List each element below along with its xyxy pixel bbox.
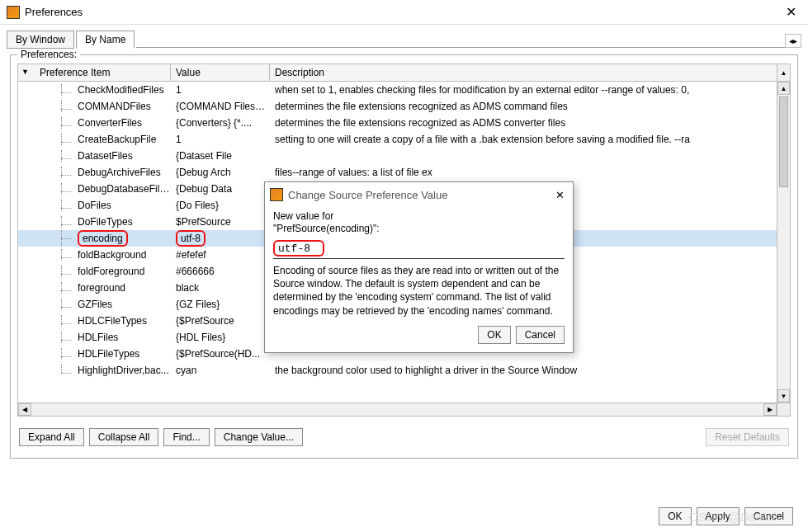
vertical-scrollbar[interactable]: ▲ ▼ xyxy=(777,82,790,403)
overlay-cancel-button[interactable]: Cancel xyxy=(516,326,565,344)
overlay-input[interactable] xyxy=(278,242,319,255)
overlay-title: Change Source Preference Value xyxy=(288,189,447,201)
change-value-button[interactable]: Change Value... xyxy=(215,428,303,446)
table-row[interactable]: CreateBackupFile1setting to one will cre… xyxy=(18,131,790,148)
overlay-prompt: New value for "PrefSource(encoding)": xyxy=(273,210,565,235)
pref-value: {$PrefSource(HD... xyxy=(171,348,270,360)
tabs-row: By Window By Name ◂▸ xyxy=(0,25,808,48)
pref-value: {Do Files} xyxy=(171,200,270,211)
pref-value: 1 xyxy=(171,134,270,145)
app-icon xyxy=(7,6,20,19)
tab-by-window[interactable]: By Window xyxy=(7,31,74,49)
tab-scroll-arrows[interactable]: ◂▸ xyxy=(785,34,801,48)
overlay-title-bar: Change Source Preference Value ✕ xyxy=(265,182,573,207)
table-row[interactable]: DatasetFiles{Dataset File xyxy=(18,148,790,164)
scroll-down-arrow-icon[interactable]: ▼ xyxy=(777,389,790,403)
table-row[interactable]: CheckModifiedFiles1when set to 1, enable… xyxy=(18,82,790,98)
scroll-left-arrow-icon[interactable]: ◀ xyxy=(18,403,31,416)
column-description[interactable]: Description xyxy=(270,64,777,81)
pref-value: 1 xyxy=(171,84,270,96)
scroll-thumb[interactable] xyxy=(779,97,788,187)
pref-value: {Converters} {*.... xyxy=(171,117,270,129)
ok-button[interactable]: OK xyxy=(659,507,691,525)
pref-value: {Dataset File xyxy=(171,150,270,162)
change-value-dialog: Change Source Preference Value ✕ New val… xyxy=(264,181,574,353)
pref-desc: when set to 1, enables checking files fo… xyxy=(270,84,790,96)
dialog-footer: OK Apply Cancel xyxy=(659,507,793,525)
close-icon[interactable]: ✕ xyxy=(781,4,801,20)
pref-desc: the background color used to highlight a… xyxy=(270,365,790,376)
title-bar: Preferences ✕ xyxy=(0,0,808,25)
column-pref-label: Preference Item xyxy=(40,67,110,78)
preferences-label: Preferences: xyxy=(17,49,80,60)
reset-defaults-button[interactable]: Reset Defaults xyxy=(706,428,789,446)
horizontal-scrollbar[interactable]: ◀ ▶ xyxy=(18,403,777,416)
expand-all-button[interactable]: Expand All xyxy=(19,428,84,446)
table-row[interactable]: HighlightDriver,bac...cyanthe background… xyxy=(18,362,790,379)
pref-desc: determines the file extensions recognize… xyxy=(270,117,790,129)
table-row[interactable]: ConverterFiles{Converters} {*....determi… xyxy=(18,115,790,131)
pref-value: {HDL Files} xyxy=(171,332,270,343)
tab-by-name[interactable]: By Name xyxy=(76,31,135,49)
scroll-right-arrow-icon[interactable]: ▶ xyxy=(763,403,777,416)
frame-button-row: Expand All Collapse All Find... Change V… xyxy=(11,423,797,451)
scroll-up-arrow-icon[interactable]: ▲ xyxy=(777,82,790,95)
apply-button[interactable]: Apply xyxy=(697,507,739,525)
window-title: Preferences xyxy=(25,6,83,18)
pref-desc: setting to one will create a copy of a f… xyxy=(270,134,790,145)
cancel-button[interactable]: Cancel xyxy=(744,507,793,525)
overlay-close-icon[interactable]: ✕ xyxy=(552,189,568,201)
find-button[interactable]: Find... xyxy=(163,428,209,446)
pref-value: {Debug Arch xyxy=(171,167,270,178)
pref-value: #efefef xyxy=(171,249,270,261)
pref-value: {COMMAND Files… xyxy=(171,101,270,112)
scroll-up-icon[interactable]: ▲ xyxy=(777,64,790,81)
pref-value: $PrefSource xyxy=(171,216,270,228)
overlay-description: Encoding of source files as they are rea… xyxy=(273,264,565,318)
pref-value: {$PrefSource xyxy=(171,315,270,327)
pref-value: cyan xyxy=(171,365,270,376)
pref-value: #666666 xyxy=(171,266,270,277)
sort-triangle-icon[interactable]: ▼ xyxy=(21,68,29,76)
table-row[interactable]: DebugArchiveFiles{Debug Archfiles--range… xyxy=(18,164,790,181)
pref-value: {GZ Files} xyxy=(171,299,270,310)
table-row[interactable]: COMMANDFiles{COMMAND Files…determines th… xyxy=(18,98,790,115)
pref-desc: files--range of values: a list of file e… xyxy=(270,167,790,178)
overlay-app-icon xyxy=(270,188,283,201)
collapse-all-button[interactable]: Collapse All xyxy=(89,428,159,446)
tree-header: ▼ Preference Item Value Description ▲ xyxy=(18,64,790,82)
pref-value: utf-8 xyxy=(171,230,270,247)
pref-value: {Debug Data xyxy=(171,183,270,195)
pref-value: black xyxy=(171,282,270,294)
overlay-ok-button[interactable]: OK xyxy=(478,326,510,344)
column-value[interactable]: Value xyxy=(171,64,270,81)
column-preference-item[interactable]: ▼ Preference Item xyxy=(18,64,171,81)
pref-desc: determines the file extensions recognize… xyxy=(270,101,790,112)
scroll-corner xyxy=(777,403,790,416)
